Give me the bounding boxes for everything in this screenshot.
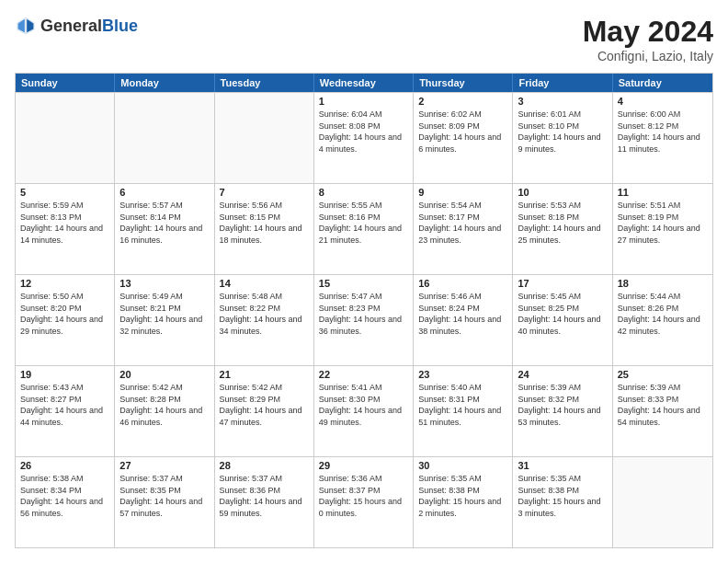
cell-w1-d2: 7Sunrise: 5:56 AM Sunset: 8:15 PM Daylig… <box>215 184 314 274</box>
day-number-2: 2 <box>418 96 507 107</box>
day-number-23: 23 <box>418 369 507 380</box>
logo-icon <box>15 15 37 37</box>
cell-text-19: Sunrise: 5:43 AM Sunset: 8:27 PM Dayligh… <box>20 382 109 428</box>
cell-text-3: Sunrise: 6:01 AM Sunset: 8:10 PM Dayligh… <box>518 109 607 155</box>
day-number-17: 17 <box>518 278 607 289</box>
cell-w0-d5: 3Sunrise: 6:01 AM Sunset: 8:10 PM Daylig… <box>513 93 612 183</box>
cell-w0-d2 <box>215 93 314 183</box>
cell-w1-d5: 10Sunrise: 5:53 AM Sunset: 8:18 PM Dayli… <box>513 184 612 274</box>
cell-w0-d1 <box>115 93 214 183</box>
day-number-11: 11 <box>618 187 708 198</box>
cell-w3-d3: 22Sunrise: 5:41 AM Sunset: 8:30 PM Dayli… <box>314 366 414 456</box>
cell-w1-d4: 9Sunrise: 5:54 AM Sunset: 8:17 PM Daylig… <box>414 184 513 274</box>
header-sunday: Sunday <box>16 74 115 92</box>
title-block: May 2024 Configni, Lazio, Italy <box>583 15 713 63</box>
cell-text-6: Sunrise: 5:57 AM Sunset: 8:14 PM Dayligh… <box>119 200 209 246</box>
cell-text-21: Sunrise: 5:42 AM Sunset: 8:29 PM Dayligh… <box>220 382 309 428</box>
cell-w1-d1: 6Sunrise: 5:57 AM Sunset: 8:14 PM Daylig… <box>115 184 214 274</box>
day-number-6: 6 <box>119 187 209 198</box>
week-row-3: 19Sunrise: 5:43 AM Sunset: 8:27 PM Dayli… <box>16 365 712 456</box>
cell-w4-d6 <box>613 457 712 547</box>
calendar-body: 1Sunrise: 6:04 AM Sunset: 8:08 PM Daylig… <box>16 92 712 547</box>
week-row-4: 26Sunrise: 5:38 AM Sunset: 8:34 PM Dayli… <box>16 456 712 547</box>
cell-w3-d5: 24Sunrise: 5:39 AM Sunset: 8:32 PM Dayli… <box>513 366 612 456</box>
cell-w1-d0: 5Sunrise: 5:59 AM Sunset: 8:13 PM Daylig… <box>16 184 115 274</box>
header-saturday: Saturday <box>613 74 712 92</box>
cell-text-10: Sunrise: 5:53 AM Sunset: 8:18 PM Dayligh… <box>518 200 607 246</box>
day-number-26: 26 <box>20 460 109 471</box>
cell-text-22: Sunrise: 5:41 AM Sunset: 8:30 PM Dayligh… <box>319 382 408 428</box>
week-row-1: 5Sunrise: 5:59 AM Sunset: 8:13 PM Daylig… <box>16 183 712 274</box>
day-number-3: 3 <box>518 96 607 107</box>
page: GeneralBlue May 2024 Configni, Lazio, It… <box>0 0 728 563</box>
cell-text-27: Sunrise: 5:37 AM Sunset: 8:35 PM Dayligh… <box>119 473 209 519</box>
cell-w4-d1: 27Sunrise: 5:37 AM Sunset: 8:35 PM Dayli… <box>115 457 214 547</box>
cell-w0-d4: 2Sunrise: 6:02 AM Sunset: 8:09 PM Daylig… <box>414 93 513 183</box>
cell-text-31: Sunrise: 5:35 AM Sunset: 8:38 PM Dayligh… <box>518 473 607 519</box>
cell-w2-d0: 12Sunrise: 5:50 AM Sunset: 8:20 PM Dayli… <box>16 275 115 365</box>
week-row-0: 1Sunrise: 6:04 AM Sunset: 8:08 PM Daylig… <box>16 92 712 183</box>
location: Configni, Lazio, Italy <box>583 49 713 63</box>
cell-text-29: Sunrise: 5:36 AM Sunset: 8:37 PM Dayligh… <box>319 473 408 519</box>
cell-w4-d5: 31Sunrise: 5:35 AM Sunset: 8:38 PM Dayli… <box>513 457 612 547</box>
cell-w1-d3: 8Sunrise: 5:55 AM Sunset: 8:16 PM Daylig… <box>314 184 414 274</box>
cell-text-24: Sunrise: 5:39 AM Sunset: 8:32 PM Dayligh… <box>518 382 607 428</box>
cell-text-15: Sunrise: 5:47 AM Sunset: 8:23 PM Dayligh… <box>319 291 408 337</box>
header-tuesday: Tuesday <box>215 74 314 92</box>
cell-text-17: Sunrise: 5:45 AM Sunset: 8:25 PM Dayligh… <box>518 291 607 337</box>
cell-w4-d4: 30Sunrise: 5:35 AM Sunset: 8:38 PM Dayli… <box>414 457 513 547</box>
cell-text-4: Sunrise: 6:00 AM Sunset: 8:12 PM Dayligh… <box>618 109 708 155</box>
cell-text-14: Sunrise: 5:48 AM Sunset: 8:22 PM Dayligh… <box>220 291 309 337</box>
day-number-30: 30 <box>418 460 507 471</box>
day-number-20: 20 <box>119 369 209 380</box>
day-number-4: 4 <box>618 96 708 107</box>
cell-text-13: Sunrise: 5:49 AM Sunset: 8:21 PM Dayligh… <box>119 291 209 337</box>
day-number-29: 29 <box>319 460 408 471</box>
day-number-13: 13 <box>119 278 209 289</box>
cell-w2-d6: 18Sunrise: 5:44 AM Sunset: 8:26 PM Dayli… <box>613 275 712 365</box>
day-number-12: 12 <box>20 278 109 289</box>
day-number-21: 21 <box>220 369 309 380</box>
day-number-9: 9 <box>418 187 507 198</box>
day-number-24: 24 <box>518 369 607 380</box>
logo-text: GeneralBlue <box>40 17 138 36</box>
day-number-1: 1 <box>319 96 408 107</box>
day-number-25: 25 <box>618 369 708 380</box>
cell-w2-d4: 16Sunrise: 5:46 AM Sunset: 8:24 PM Dayli… <box>414 275 513 365</box>
day-number-22: 22 <box>319 369 408 380</box>
cell-text-30: Sunrise: 5:35 AM Sunset: 8:38 PM Dayligh… <box>418 473 507 519</box>
cell-w4-d2: 28Sunrise: 5:37 AM Sunset: 8:36 PM Dayli… <box>215 457 314 547</box>
logo-blue: Blue <box>102 17 138 35</box>
cell-text-20: Sunrise: 5:42 AM Sunset: 8:28 PM Dayligh… <box>119 382 209 428</box>
cell-w2-d3: 15Sunrise: 5:47 AM Sunset: 8:23 PM Dayli… <box>314 275 414 365</box>
cell-w3-d2: 21Sunrise: 5:42 AM Sunset: 8:29 PM Dayli… <box>215 366 314 456</box>
cell-w0-d6: 4Sunrise: 6:00 AM Sunset: 8:12 PM Daylig… <box>613 93 712 183</box>
cell-text-8: Sunrise: 5:55 AM Sunset: 8:16 PM Dayligh… <box>319 200 408 246</box>
day-number-7: 7 <box>220 187 309 198</box>
logo: GeneralBlue <box>15 15 138 37</box>
cell-text-7: Sunrise: 5:56 AM Sunset: 8:15 PM Dayligh… <box>220 200 309 246</box>
cell-text-5: Sunrise: 5:59 AM Sunset: 8:13 PM Dayligh… <box>20 200 109 246</box>
calendar-header: Sunday Monday Tuesday Wednesday Thursday… <box>16 74 712 92</box>
cell-w3-d6: 25Sunrise: 5:39 AM Sunset: 8:33 PM Dayli… <box>613 366 712 456</box>
month-title: May 2024 <box>583 15 713 49</box>
cell-w3-d1: 20Sunrise: 5:42 AM Sunset: 8:28 PM Dayli… <box>115 366 214 456</box>
day-number-18: 18 <box>618 278 708 289</box>
header: GeneralBlue May 2024 Configni, Lazio, It… <box>15 15 713 63</box>
cell-w2-d1: 13Sunrise: 5:49 AM Sunset: 8:21 PM Dayli… <box>115 275 214 365</box>
day-number-8: 8 <box>319 187 408 198</box>
cell-w0-d0 <box>16 93 115 183</box>
cell-text-9: Sunrise: 5:54 AM Sunset: 8:17 PM Dayligh… <box>418 200 507 246</box>
cell-text-25: Sunrise: 5:39 AM Sunset: 8:33 PM Dayligh… <box>618 382 708 428</box>
cell-w4-d0: 26Sunrise: 5:38 AM Sunset: 8:34 PM Dayli… <box>16 457 115 547</box>
day-number-27: 27 <box>119 460 209 471</box>
cell-w3-d4: 23Sunrise: 5:40 AM Sunset: 8:31 PM Dayli… <box>414 366 513 456</box>
cell-w3-d0: 19Sunrise: 5:43 AM Sunset: 8:27 PM Dayli… <box>16 366 115 456</box>
day-number-28: 28 <box>220 460 309 471</box>
header-wednesday: Wednesday <box>314 74 414 92</box>
cell-text-1: Sunrise: 6:04 AM Sunset: 8:08 PM Dayligh… <box>319 109 408 155</box>
logo-general: General <box>40 17 102 35</box>
cell-w4-d3: 29Sunrise: 5:36 AM Sunset: 8:37 PM Dayli… <box>314 457 414 547</box>
day-number-10: 10 <box>518 187 607 198</box>
header-thursday: Thursday <box>414 74 513 92</box>
